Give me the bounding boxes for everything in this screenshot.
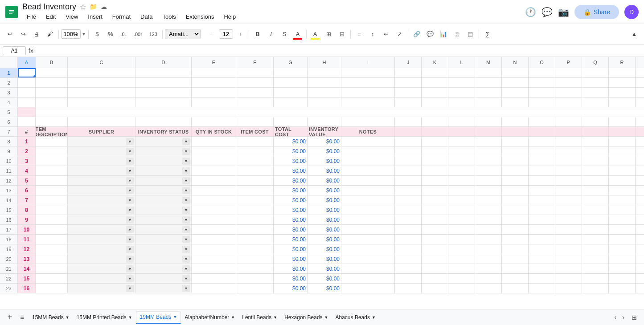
row-number-1[interactable]: 1 (0, 68, 18, 77)
cell-3-R[interactable] (609, 88, 636, 97)
data-cell-12-Q[interactable] (582, 176, 609, 185)
rotate-button[interactable]: ↗ (393, 28, 406, 41)
cell-2-K[interactable] (422, 78, 448, 87)
filter-button[interactable]: ⧖ (451, 28, 463, 41)
cell-4-P[interactable] (555, 98, 582, 107)
data-cell-13-R[interactable] (609, 186, 636, 195)
data-cell-22-H[interactable]: $0.00 (308, 274, 341, 283)
data-cell-14-K[interactable] (422, 195, 448, 205)
data-cell-12-I[interactable] (341, 176, 395, 185)
history-icon[interactable]: 🕐 (525, 7, 536, 17)
data-cell-16-G[interactable]: $0.00 (274, 215, 308, 224)
row-number-19[interactable]: 19 (0, 244, 18, 254)
data-cell-20-S[interactable] (636, 254, 644, 264)
data-cell-16-N[interactable] (502, 215, 529, 224)
data-cell-19-R[interactable] (609, 244, 636, 254)
data-cell-13-E[interactable] (192, 186, 236, 195)
cell-1-S[interactable] (636, 68, 644, 77)
data-cell-22-C[interactable]: ▼ (68, 274, 135, 283)
row-number-17[interactable]: 17 (0, 225, 18, 234)
data-cell-15-G[interactable]: $0.00 (274, 205, 308, 215)
data-cell-19-M[interactable] (475, 244, 502, 254)
data-cell-16-P[interactable] (555, 215, 582, 224)
inv-status-dropdown-20[interactable]: ▼ (182, 256, 190, 263)
header-cell-F[interactable]: ITEM COST (236, 127, 274, 136)
data-cell-18-Q[interactable] (582, 235, 609, 244)
data-cell-23-N[interactable] (502, 284, 529, 293)
data-cell-20-Q[interactable] (582, 254, 609, 264)
row-number-5[interactable]: 5 (0, 107, 18, 117)
inv-status-dropdown-19[interactable]: ▼ (182, 246, 190, 253)
data-cell-22-L[interactable] (448, 274, 475, 283)
data-cell-22-A[interactable]: 15 (18, 274, 36, 283)
inv-status-dropdown-10[interactable]: ▼ (182, 158, 190, 165)
data-cell-15-R[interactable] (609, 205, 636, 215)
data-cell-17-G[interactable]: $0.00 (274, 225, 308, 234)
font-size-control[interactable] (219, 29, 233, 39)
data-cell-21-R[interactable] (609, 264, 636, 273)
tab-19mm-beads[interactable]: 19MM Beads ▼ (136, 311, 181, 324)
share-button[interactable]: 🔒 Share (574, 5, 619, 19)
data-cell-11-N[interactable] (502, 166, 529, 175)
inv-status-dropdown-16[interactable]: ▼ (182, 216, 190, 223)
data-cell-17-R[interactable] (609, 225, 636, 234)
print-button[interactable]: 🖨 (30, 28, 43, 41)
data-cell-8-O[interactable] (529, 137, 555, 146)
data-cell-17-I[interactable] (341, 225, 395, 234)
data-cell-10-L[interactable] (448, 156, 475, 166)
cell-3-H[interactable] (308, 88, 341, 97)
data-cell-11-J[interactable] (395, 166, 422, 175)
menu-format[interactable]: Format (108, 12, 135, 22)
cell-1-A[interactable] (18, 68, 36, 77)
inv-status-dropdown-23[interactable]: ▼ (182, 285, 190, 292)
row-number-12[interactable]: 12 (0, 176, 18, 185)
data-cell-16-F[interactable] (236, 215, 274, 224)
menu-file[interactable]: File (22, 12, 41, 22)
cell-6-B[interactable] (36, 117, 68, 126)
meet-icon[interactable]: 📷 (558, 7, 569, 17)
tab-15mm-printed-dropdown[interactable]: ▼ (128, 315, 132, 320)
data-cell-16-I[interactable] (341, 215, 395, 224)
col-header-H[interactable]: H (308, 57, 341, 68)
comment-icon[interactable]: 💬 (541, 7, 553, 17)
data-cell-11-A[interactable]: 4 (18, 166, 36, 175)
zoom-control[interactable]: ▼ (61, 29, 86, 39)
data-cell-10-N[interactable] (502, 156, 529, 166)
inv-status-dropdown-11[interactable]: ▼ (182, 167, 190, 175)
cell-3-F[interactable] (236, 88, 274, 97)
data-cell-19-P[interactable] (555, 244, 582, 254)
data-cell-10-E[interactable] (192, 156, 236, 166)
data-cell-9-F[interactable] (236, 146, 274, 156)
row-number-20[interactable]: 20 (0, 254, 18, 264)
data-cell-16-O[interactable] (529, 215, 555, 224)
supplier-dropdown-14[interactable]: ▼ (126, 197, 134, 204)
cell-1-B[interactable] (36, 68, 68, 77)
header-cell-E[interactable]: QTY IN STOCK (192, 127, 236, 136)
data-cell-23-B[interactable] (36, 284, 68, 293)
data-cell-20-C[interactable]: ▼ (68, 254, 135, 264)
data-cell-18-C[interactable]: ▼ (68, 235, 135, 244)
data-cell-8-J[interactable] (395, 137, 422, 146)
data-cell-23-M[interactable] (475, 284, 502, 293)
data-cell-18-M[interactable] (475, 235, 502, 244)
tab-hexagon-dropdown[interactable]: ▼ (324, 315, 328, 320)
cell-6-L[interactable] (448, 117, 475, 126)
data-cell-10-J[interactable] (395, 156, 422, 166)
user-avatar[interactable]: D (624, 5, 639, 19)
data-cell-23-F[interactable] (236, 284, 274, 293)
row-number-8[interactable]: 8 (0, 137, 18, 146)
cell-4-A[interactable] (18, 98, 36, 107)
tab-15mm-beads[interactable]: 15MM Beads ▼ (29, 311, 73, 324)
data-cell-21-A[interactable]: 14 (18, 264, 36, 273)
inv-status-dropdown-21[interactable]: ▼ (182, 265, 190, 272)
cell-2-O[interactable] (529, 78, 555, 87)
col-header-F[interactable]: F (236, 57, 274, 68)
data-cell-9-C[interactable]: ▼ (68, 146, 135, 156)
data-cell-23-H[interactable]: $0.00 (308, 284, 341, 293)
data-cell-13-J[interactable] (395, 186, 422, 195)
supplier-dropdown-19[interactable]: ▼ (126, 246, 134, 253)
inv-status-dropdown-9[interactable]: ▼ (182, 148, 190, 155)
data-cell-18-L[interactable] (448, 235, 475, 244)
paint-format-button[interactable]: 🖌 (44, 28, 56, 41)
data-cell-14-P[interactable] (555, 195, 582, 205)
